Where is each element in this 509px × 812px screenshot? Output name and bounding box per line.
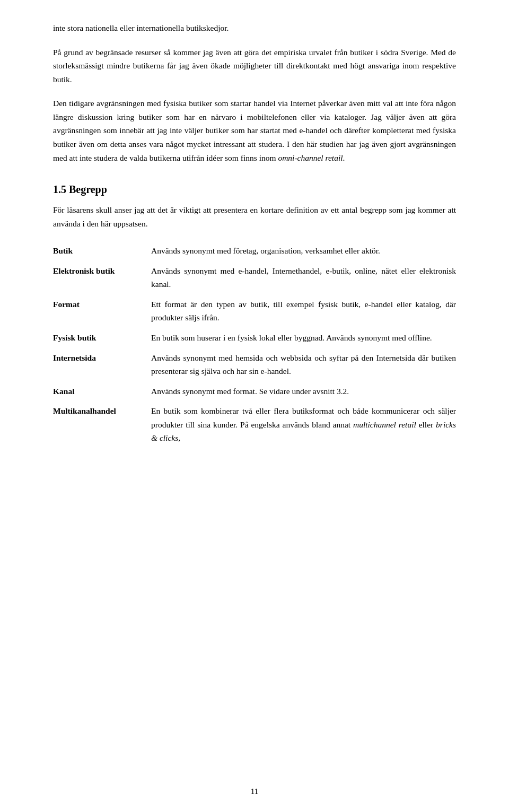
paragraph-1: inte stora nationella eller internatione… — [53, 21, 456, 35]
glossary-term: Multikanalhandel — [53, 401, 151, 448]
glossary-row: MultikanalhandelEn butik som kombinerar … — [53, 401, 456, 448]
section-intro: För läsarens skull anser jag att det är … — [53, 203, 456, 230]
glossary-definition: En butik som huserar i en fysisk lokal e… — [151, 328, 456, 348]
paragraph-3: Den tidigare avgränsningen med fysiska b… — [53, 97, 456, 164]
glossary-term: Internetsida — [53, 348, 151, 381]
glossary-row: ButikAnvänds synonymt med företag, organ… — [53, 241, 456, 261]
glossary-definition: Används synonymt med företag, organisati… — [151, 241, 456, 261]
glossary-term: Format — [53, 294, 151, 328]
glossary-row: KanalAnvänds synonymt med format. Se vid… — [53, 381, 456, 401]
glossary-row: InternetsidaAnvänds synonymt med hemsida… — [53, 348, 456, 381]
glossary-term: Fysisk butik — [53, 328, 151, 348]
italic-multichannel-retail: multichannel retail — [353, 420, 416, 429]
glossary-term: Kanal — [53, 381, 151, 401]
glossary-term: Elektronisk butik — [53, 261, 151, 294]
glossary-term: Butik — [53, 241, 151, 261]
glossary-row: Elektronisk butikAnvänds synonymt med e-… — [53, 261, 456, 294]
glossary-definition: Ett format är den typen av butik, till e… — [151, 294, 456, 328]
page-number: 11 — [251, 787, 258, 796]
section-heading-1-5: 1.5 Begrepp — [53, 184, 456, 196]
glossary-row: FormatEtt format är den typen av butik, … — [53, 294, 456, 328]
page-container: inte stora nationella eller internatione… — [0, 0, 509, 812]
glossary-definition: En butik som kombinerar två eller flera … — [151, 401, 456, 448]
glossary-table: ButikAnvänds synonymt med företag, organ… — [53, 241, 456, 448]
glossary-definition: Används synonymt med format. Se vidare u… — [151, 381, 456, 401]
glossary-definition: Används synonymt med hemsida och webbsid… — [151, 348, 456, 381]
glossary-definition: Används synonymt med e-handel, Interneth… — [151, 261, 456, 294]
paragraph-2: På grund av begränsade resurser så komme… — [53, 46, 456, 86]
glossary-row: Fysisk butikEn butik som huserar i en fy… — [53, 328, 456, 348]
italic-omni-channel: omni-channel retail — [278, 153, 343, 162]
